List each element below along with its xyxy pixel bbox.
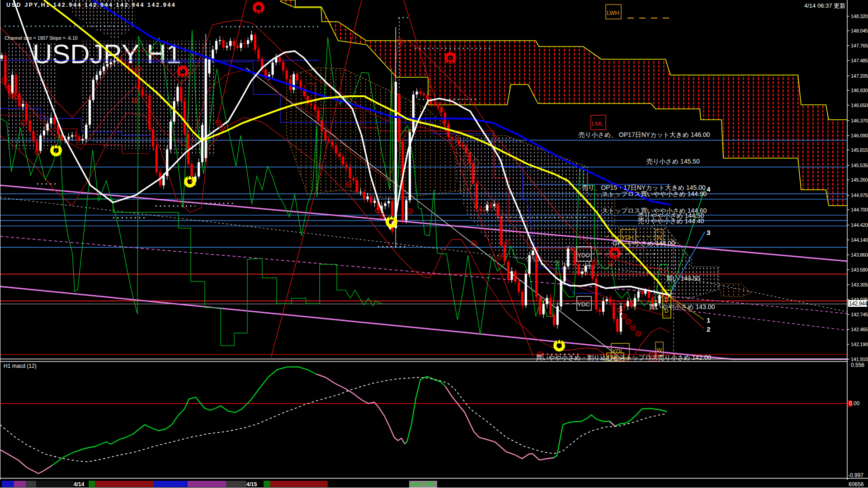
svg-text:4/14: 4/14 [74, 481, 85, 488]
svg-text:買いやや小さめ・割り込むとストップロス売り小さめ 142.0: 買いやや小さめ・割り込むとストップロス売り小さめ 142.00 [536, 354, 712, 361]
svg-text:143.580: 143.580 [851, 267, 868, 272]
svg-text:売り小さめ 145.50: 売り小さめ 145.50 [646, 158, 700, 165]
svg-text:141.910: 141.910 [851, 357, 868, 362]
svg-text:143.305: 143.305 [851, 282, 868, 287]
svg-text:144.140: 144.140 [851, 237, 868, 243]
svg-text:146.370: 146.370 [851, 118, 868, 123]
svg-text:売り小さめ、 OP17日NYカット大きめ 146.00: 売り小さめ、 OP17日NYカット大きめ 146.00 [579, 131, 710, 138]
svg-text:145.260: 145.260 [851, 177, 868, 183]
svg-text:D: D [665, 297, 669, 303]
svg-text:LWH: LWH [607, 9, 619, 16]
svg-text:USD JPY,H1 142.944 142.944 14: USD JPY,H1 142.944 142.944 142.944 142.9… [6, 2, 176, 8]
svg-text:146.930: 146.930 [851, 88, 868, 93]
svg-text:H1 macd (12): H1 macd (12) [4, 363, 37, 369]
svg-text:4/14 06:37 更新: 4/14 06:37 更新 [804, 2, 845, 9]
svg-text:YDC: YDC [577, 301, 590, 308]
svg-text:144.700: 144.700 [851, 207, 868, 212]
svg-text:1: 1 [707, 316, 710, 324]
svg-text:142.745: 142.745 [851, 312, 868, 317]
svg-text:146.650: 146.650 [851, 103, 868, 108]
svg-text:142.944: 142.944 [849, 300, 868, 307]
svg-text:144.420: 144.420 [851, 222, 868, 228]
svg-text:OP い小さめ 144.00: OP い小さめ 144.00 [613, 239, 675, 247]
svg-text:147.765: 147.765 [851, 43, 868, 48]
svg-text:LML: LML [592, 120, 603, 127]
svg-text:4: 4 [707, 185, 711, 193]
svg-text:ストップロス買いやや小さめ 144.90: ストップロス買いやや小さめ 144.90 [602, 190, 707, 197]
svg-text:143.860: 143.860 [851, 252, 868, 258]
svg-text:4/15: 4/15 [246, 481, 257, 488]
svg-text:0.556: 0.556 [851, 362, 864, 368]
svg-text:147.485: 147.485 [851, 58, 868, 63]
svg-text:148.320: 148.320 [851, 14, 868, 19]
svg-text:148.045: 148.045 [851, 28, 868, 33]
svg-text:Channel size = 1907 Slope = -6: Channel size = 1907 Slope = -6.10 [5, 35, 78, 41]
svg-text:144.975: 144.975 [851, 192, 868, 198]
svg-text:60656: 60656 [849, 481, 864, 488]
svg-text:147.205: 147.205 [851, 73, 868, 79]
svg-text:買いやや小さめ 143.00: 買いやや小さめ 143.00 [649, 303, 715, 310]
svg-text:3: 3 [707, 229, 710, 236]
svg-text:145.815: 145.815 [851, 147, 868, 153]
svg-text:買い 143.50: 買い 143.50 [666, 275, 700, 282]
svg-text:0.00: 0.00 [849, 400, 860, 407]
svg-text:2: 2 [707, 325, 710, 333]
svg-text:142.190: 142.190 [851, 342, 868, 347]
svg-text:145.535: 145.535 [851, 163, 868, 168]
svg-text:macd ON: macd ON [410, 481, 434, 488]
svg-text:-0.997: -0.997 [848, 472, 863, 479]
svg-text:146.090: 146.090 [851, 133, 868, 138]
svg-text:142.465: 142.465 [851, 327, 868, 332]
svg-text:W: W [656, 347, 662, 353]
svg-text:売りやや小さめ 144.40: 売りやや小さめ 144.40 [638, 217, 704, 225]
svg-text:YDO: YDO [577, 252, 590, 258]
